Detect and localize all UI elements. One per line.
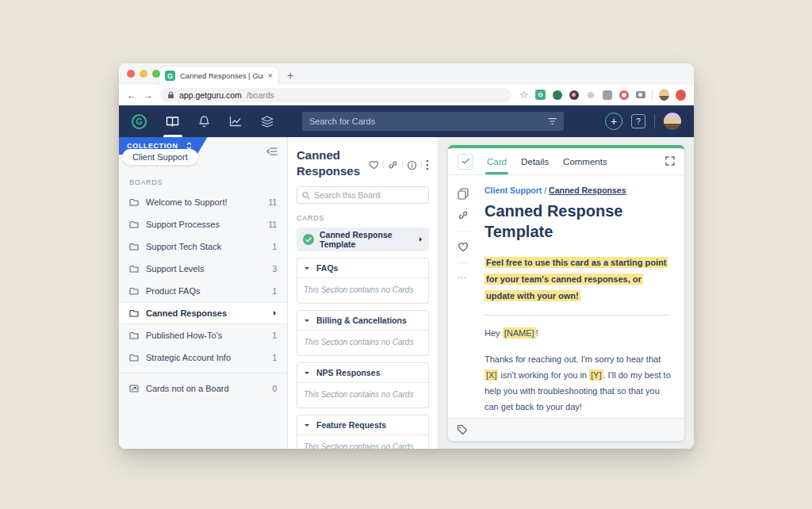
extension-dot-icon[interactable] [588, 92, 594, 98]
help-button[interactable]: ? [631, 114, 645, 128]
board-label: Support Levels [146, 264, 204, 274]
sidebar-item-welcome-to-support[interactable]: Welcome to Support! 11 [119, 191, 287, 213]
cards-not-on-board-icon [129, 385, 139, 392]
section-empty-text: This Section contains no Cards [297, 331, 428, 355]
card-search-bar[interactable] [302, 112, 564, 131]
tag-icon[interactable] [457, 424, 468, 435]
card-divider [485, 315, 670, 316]
board-label: Strategic Account Info [146, 353, 231, 362]
browser-profile-avatar[interactable] [659, 89, 669, 101]
collapse-sidebar-button[interactable] [266, 144, 278, 159]
filter-icon[interactable] [548, 117, 557, 125]
info-icon[interactable] [407, 160, 417, 170]
board-search[interactable] [297, 186, 429, 204]
section-header[interactable]: Feature Requests [297, 415, 428, 435]
browser-toolbar: ← → app.getguru.com/boards ☆ G [119, 85, 694, 105]
card-paragraph: Thanks for reaching out. I'm sorry to he… [485, 352, 672, 415]
tab-close-icon[interactable]: × [268, 71, 273, 80]
breadcrumb-board-link[interactable]: Canned Responses [549, 186, 626, 195]
chart-icon [229, 116, 242, 127]
breadcrumb-collection-link[interactable]: Client Support [485, 186, 542, 195]
favorite-heart-icon[interactable] [369, 160, 379, 170]
section-empty-text: This Section contains no Cards [297, 278, 428, 303]
folder-icon [129, 265, 139, 273]
tab-comments[interactable]: Comments [563, 148, 607, 174]
sidebar-item-support-processes[interactable]: Support Processes 11 [119, 213, 287, 235]
extension-camera-icon[interactable] [636, 91, 645, 98]
section-feature-requests: Feature Requests This Section contains n… [297, 415, 429, 449]
sidebar-item-canned-responses[interactable]: Canned Responses [119, 302, 287, 324]
back-icon[interactable]: ← [127, 90, 136, 100]
browser-menu-icon[interactable] [676, 90, 686, 101]
expand-card-button[interactable] [665, 155, 675, 169]
close-window-button[interactable] [127, 70, 135, 78]
tab-details[interactable]: Details [521, 148, 549, 174]
more-actions-icon[interactable]: ... [458, 274, 467, 278]
boards-sidebar: COLLECTION Client Support BOARDS Welcome… [119, 137, 288, 449]
folder-icon [129, 287, 139, 295]
nav-notifications[interactable] [198, 105, 210, 137]
zoom-window-button[interactable] [152, 70, 160, 78]
extension-loupe-icon[interactable] [569, 90, 579, 100]
browser-tab[interactable]: G Canned Responses | Guru × [159, 66, 279, 85]
side-actions-divider [458, 231, 470, 232]
user-avatar[interactable] [664, 113, 681, 130]
extension-square-icon[interactable] [603, 90, 612, 100]
collapse-sidebar-icon [266, 147, 278, 155]
navbar-left-icons: G [132, 105, 274, 137]
section-nps-responses: NPS Responses This Section contains no C… [297, 362, 429, 408]
new-tab-button[interactable]: + [287, 70, 293, 81]
section-header[interactable]: NPS Responses [297, 363, 428, 383]
kebab-menu-icon[interactable] [426, 159, 429, 170]
section-billing-cancellations: Billing & Cancellations This Section con… [297, 310, 429, 356]
caret-right-icon [273, 310, 277, 316]
sidebar-item-published-how-tos[interactable]: Published How-To's 1 [119, 324, 287, 346]
guru-logo-icon[interactable]: G [132, 114, 147, 129]
board-label: Canned Responses [146, 308, 227, 318]
address-bar[interactable]: app.getguru.com/boards [160, 88, 511, 102]
section-title: NPS Responses [316, 368, 381, 377]
board-expand-wrap [273, 309, 277, 318]
extension-target-icon[interactable] [619, 90, 629, 100]
board-search-input[interactable] [314, 190, 423, 200]
card-main: ... Client Support / Canned Responses Ca… [448, 175, 684, 417]
guru-extension-icon[interactable]: G [535, 90, 546, 100]
heart-icon[interactable] [458, 242, 469, 252]
nav-collections[interactable] [261, 105, 274, 137]
copy-link-icon[interactable] [388, 160, 398, 170]
layers-icon [261, 116, 274, 128]
card-search-input[interactable] [309, 117, 543, 126]
card-content: Client Support / Canned Responses Canned… [481, 186, 676, 417]
duplicate-icon[interactable] [458, 188, 469, 200]
section-header[interactable]: FAQs [297, 258, 428, 278]
card-list-item-canned-response-template[interactable]: Canned Response Template [297, 228, 429, 251]
bookmark-star-icon[interactable]: ☆ [519, 90, 529, 100]
sidebar-item-support-tech-stack[interactable]: Support Tech Stack 1 [119, 235, 287, 258]
nav-analytics[interactable] [229, 105, 242, 137]
sidebar-item-support-levels[interactable]: Support Levels 3 [119, 258, 287, 280]
minimize-window-button[interactable] [140, 70, 147, 78]
verify-checkbox[interactable] [458, 154, 473, 170]
collection-name-pill[interactable]: Client Support [122, 149, 198, 165]
section-header[interactable]: Billing & Cancellations [297, 311, 428, 331]
folder-icon [129, 354, 139, 362]
breadcrumb-separator: / [542, 186, 549, 195]
sidebar-item-cards-not-on-board[interactable]: Cards not on a Board 0 [119, 377, 287, 400]
card-tabs: Card Details Comments [487, 148, 607, 174]
card-preview-area: Card Details Comments [439, 137, 694, 449]
board-label: Support Processes [146, 220, 220, 229]
cards-section-label: CARDS [297, 214, 429, 222]
board-title: Canned Responses [297, 147, 369, 178]
side-actions-divider [458, 262, 470, 263]
card-item-label: Canned Response Template [320, 230, 413, 249]
create-card-button[interactable]: + [605, 113, 622, 130]
sidebar-item-product-faqs[interactable]: Product FAQs 1 [119, 280, 287, 302]
extension-green-icon[interactable] [553, 90, 562, 100]
sidebar-item-strategic-account-info[interactable]: Strategic Account Info 1 [119, 346, 287, 369]
forward-icon[interactable]: → [144, 90, 153, 100]
board-label: Welcome to Support! [146, 197, 228, 207]
tab-card[interactable]: Card [487, 148, 507, 174]
nav-boards-tab[interactable] [166, 105, 179, 137]
card-intro-paragraph: Feel free to use this card as a starting… [485, 254, 672, 304]
link-icon[interactable] [458, 210, 469, 220]
